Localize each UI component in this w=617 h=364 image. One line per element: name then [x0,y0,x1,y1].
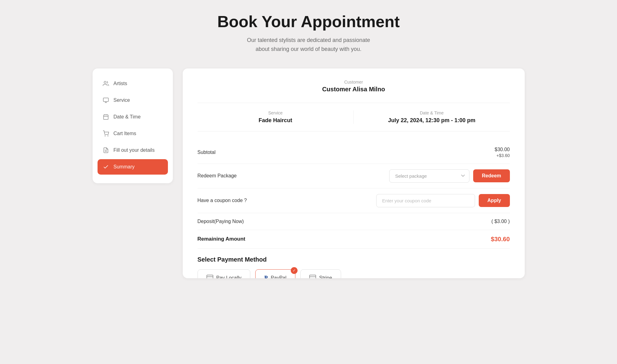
subtotal-main: $30.00 [495,147,510,152]
paypal-label: PayPal [271,275,286,278]
cart-icon [102,130,109,137]
artists-icon [102,80,109,87]
booking-info-row: Service Fade Haircut Date & Time July 22… [198,103,510,131]
coupon-row: Have a coupon code ? Apply [198,188,510,213]
summary-icon [102,163,109,170]
payment-method-paypal[interactable]: P PayPal ✓ [255,269,295,278]
coupon-input[interactable] [376,194,475,207]
content-area: Artists Service [93,68,525,278]
datetime-info-label: Date & Time [354,110,510,115]
page-subtitle: Our talented stylists are dedicated and … [93,36,525,54]
paypal-check-badge: ✓ [291,267,298,274]
page-header: Book Your Appointment Our talented styli… [93,12,525,54]
sidebar-datetime-label: Date & Time [114,114,141,120]
stripe-icon [309,274,316,278]
remaining-row: Remaining Amount $30.60 [198,230,510,249]
coupon-label: Have a coupon code ? [198,198,247,203]
stripe-label: Stripe [319,275,332,278]
sidebar-item-artists[interactable]: Artists [98,76,168,91]
svg-point-0 [104,81,106,83]
svg-rect-1 [103,98,108,101]
package-controls: Select package Redeem [389,169,510,183]
service-info-col: Service Fade Haircut [198,110,354,124]
customer-name: Customer Alisa Milno [198,86,510,93]
sidebar-fill-label: Fill out your details [114,147,155,153]
sidebar-item-summary[interactable]: Summary [98,159,168,175]
sidebar-item-datetime[interactable]: Date & Time [98,109,168,125]
sidebar: Artists Service [93,68,173,183]
sidebar-item-service[interactable]: Service [98,93,168,108]
sidebar-item-fill[interactable]: Fill out your details [98,143,168,158]
payment-title: Select Payment Method [198,256,510,263]
page-wrapper: Book Your Appointment Our talented styli… [93,12,525,278]
payment-methods: Pay Locally P PayPal ✓ [198,269,510,278]
page-title: Book Your Appointment [93,12,525,31]
datetime-info-value: July 22, 2024, 12:30 pm - 1:00 pm [354,117,510,124]
subtotal-label: Subtotal [198,150,216,155]
deposit-row: Deposit(Paying Now) ( $3.00 ) [198,213,510,230]
main-panel: Customer Customer Alisa Milno Service Fa… [183,68,525,278]
sidebar-artists-label: Artists [114,81,127,86]
datetime-icon [102,114,109,120]
redeem-package-row: Redeem Package Select package Redeem [198,164,510,188]
customer-label: Customer [198,80,510,85]
subtotal-amounts: $30.00 +$3.60 [495,147,510,158]
payment-method-local[interactable]: Pay Locally [198,269,251,278]
subtotal-row: Subtotal $30.00 +$3.60 [198,141,510,164]
service-info-label: Service [198,110,354,115]
local-pay-icon [206,274,213,278]
local-pay-label: Pay Locally [216,275,242,278]
summary-section: Subtotal $30.00 +$3.60 Redeem Package [198,141,510,249]
redeem-button[interactable]: Redeem [473,169,510,182]
customer-section: Customer Customer Alisa Milno [198,80,510,93]
deposit-label: Deposit(Paying Now) [198,219,244,224]
sidebar-service-label: Service [114,97,130,103]
apply-button[interactable]: Apply [479,194,510,207]
package-select[interactable]: Select package [389,169,469,183]
panel-body: Customer Customer Alisa Milno Service Fa… [183,68,525,278]
payment-section: Select Payment Method Pay L [198,249,510,278]
service-info-value: Fade Haircut [198,117,354,124]
subtotal-tax: +$3.60 [495,153,510,158]
sidebar-item-cart[interactable]: Cart Items [98,126,168,141]
main-panel-scroll[interactable]: Customer Customer Alisa Milno Service Fa… [183,68,525,278]
svg-point-9 [107,135,108,136]
redeem-label: Redeem Package [198,173,237,179]
svg-point-8 [105,135,105,136]
coupon-controls: Apply [376,194,510,207]
remaining-value: $30.60 [491,236,510,243]
sidebar-cart-label: Cart Items [114,131,136,136]
paypal-icon: P [264,275,268,278]
sidebar-summary-label: Summary [114,164,135,170]
svg-rect-4 [103,115,108,119]
deposit-value: ( $3.00 ) [491,219,510,224]
service-icon [102,97,109,104]
payment-method-stripe[interactable]: Stripe [300,269,341,278]
fill-icon [102,147,109,154]
datetime-info-col: Date & Time July 22, 2024, 12:30 pm - 1:… [354,110,510,124]
remaining-label: Remaining Amount [198,236,245,242]
